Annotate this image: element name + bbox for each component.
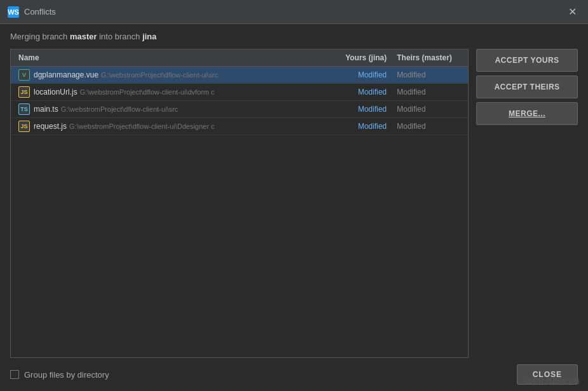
file-name: dgplanmanage.vue xyxy=(34,70,98,79)
row-filename: V dgplanmanage.vue G:\webstromProject\df… xyxy=(11,69,322,81)
accept-yours-button[interactable]: ACCEPT YOURS xyxy=(476,49,578,72)
file-name: locationUrl.js xyxy=(34,88,77,96)
bottom-bar: Group files by directory CLOSE xyxy=(0,358,588,391)
checkbox-box[interactable] xyxy=(10,370,19,379)
col-header-yours: Yours (jina) xyxy=(322,53,392,62)
row-theirs-status: Modified xyxy=(392,105,468,114)
subtitle-prefix: Merging branch xyxy=(10,32,70,41)
row-yours-status: Modified xyxy=(322,122,392,131)
row-yours-status: Modified xyxy=(322,70,392,79)
file-path: G:\webstromProject\dflow-client-ui\src xyxy=(101,71,218,79)
table-row[interactable]: V dgplanmanage.vue G:\webstromProject\df… xyxy=(11,67,468,84)
subtitle-middle: into branch xyxy=(97,32,143,41)
action-buttons: ACCEPT YOURS ACCEPT THEIRS MERGE... xyxy=(476,49,578,358)
col-header-theirs: Theirs (master) xyxy=(392,53,468,62)
row-yours-status: Modified xyxy=(322,88,392,96)
row-theirs-status: Modified xyxy=(392,88,468,96)
row-filename: JS request.js G:\webstromProject\dflow-c… xyxy=(11,121,322,132)
table-body: V dgplanmanage.vue G:\webstromProject\df… xyxy=(11,67,468,357)
merge-subtitle: Merging branch master into branch jina xyxy=(0,24,588,49)
table-row[interactable]: JS locationUrl.js G:\webstromProject\dfl… xyxy=(11,84,468,101)
file-type-icon: JS xyxy=(18,121,30,132)
file-name: request.js xyxy=(34,122,67,131)
watermark: CSDN @谢同学略 xyxy=(524,376,580,386)
close-icon[interactable]: ✕ xyxy=(565,4,580,19)
titlebar: WS Conflicts ✕ xyxy=(0,0,588,24)
file-path: G:\webstromProject\dflow-client-ui\src xyxy=(61,105,178,113)
row-theirs-status: Modified xyxy=(392,122,468,131)
main-content: Name Yours (jina) Theirs (master) V dgpl… xyxy=(0,49,588,358)
conflicts-table: Name Yours (jina) Theirs (master) V dgpl… xyxy=(10,49,469,358)
accept-theirs-button[interactable]: ACCEPT THEIRS xyxy=(476,76,578,98)
file-type-icon: V xyxy=(18,69,30,81)
merge-button[interactable]: MERGE... xyxy=(476,102,578,125)
table-row[interactable]: TS main.ts G:\webstromProject\dflow-clie… xyxy=(11,101,468,118)
row-yours-status: Modified xyxy=(322,105,392,114)
file-type-icon: TS xyxy=(18,103,30,115)
dialog-title: Conflicts xyxy=(24,7,565,17)
file-type-icon: JS xyxy=(18,86,30,98)
table-row[interactable]: JS request.js G:\webstromProject\dflow-c… xyxy=(11,118,468,135)
table-header: Name Yours (jina) Theirs (master) xyxy=(11,50,468,67)
row-filename: JS locationUrl.js G:\webstromProject\dfl… xyxy=(11,86,322,98)
file-name: main.ts xyxy=(34,105,58,114)
conflicts-dialog: WS Conflicts ✕ Merging branch master int… xyxy=(0,0,588,391)
file-path: G:\webstromProject\dflow-client-ui\dvfor… xyxy=(80,88,215,96)
branch-from: master xyxy=(70,32,97,41)
app-icon: WS xyxy=(8,6,19,18)
branch-to: jina xyxy=(142,32,156,41)
row-theirs-status: Modified xyxy=(392,70,468,79)
row-filename: TS main.ts G:\webstromProject\dflow-clie… xyxy=(11,103,322,115)
file-path: G:\webstromProject\dflow-client-ui\Ddesi… xyxy=(69,123,215,130)
col-header-name: Name xyxy=(11,53,322,62)
group-by-dir-checkbox[interactable]: Group files by directory xyxy=(10,370,109,380)
checkbox-label: Group files by directory xyxy=(24,370,109,380)
